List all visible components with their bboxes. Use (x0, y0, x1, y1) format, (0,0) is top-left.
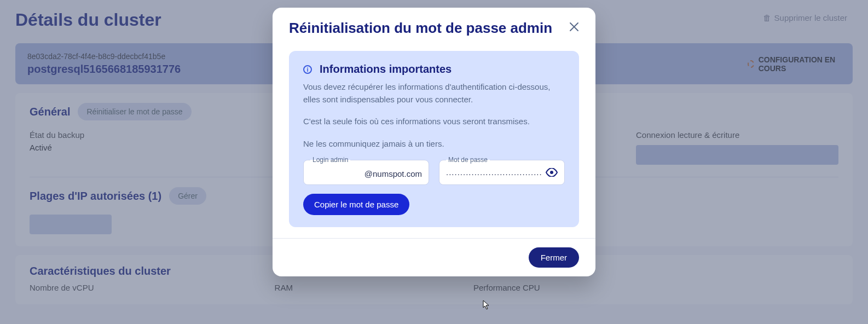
info-paragraph-3: Ne les communiquez jamais à un tiers. (303, 138, 565, 151)
password-masked-value: ·································· (446, 169, 546, 178)
eye-icon[interactable] (546, 168, 558, 179)
info-box: i Informations importantes Vous devez ré… (289, 51, 579, 227)
info-box-title: Informations importantes (320, 63, 452, 76)
login-value: @numspot.com (310, 169, 422, 178)
info-paragraph-2: C'est la seule fois où ces informations … (303, 115, 565, 128)
info-icon: i (303, 65, 312, 74)
info-paragraph-1: Vous devez récupérer les informations d'… (303, 81, 565, 106)
modal-overlay: Réinitialisation du mot de passe admin i… (0, 0, 868, 324)
x-icon (569, 22, 579, 32)
login-field: Login admin @numspot.com (303, 160, 429, 185)
password-label: Mot de passe (446, 156, 490, 164)
password-field: Mot de passe ···························… (439, 160, 565, 185)
close-button[interactable]: Fermer (529, 247, 579, 268)
login-label: Login admin (310, 156, 350, 164)
modal-title: Réinitialisation du mot de passe admin (289, 20, 552, 37)
cursor-icon (483, 300, 490, 311)
copy-password-button[interactable]: Copier le mot de passe (303, 194, 409, 215)
reset-password-modal: Réinitialisation du mot de passe admin i… (273, 8, 595, 276)
close-icon[interactable] (569, 22, 579, 34)
svg-point-0 (550, 171, 553, 174)
